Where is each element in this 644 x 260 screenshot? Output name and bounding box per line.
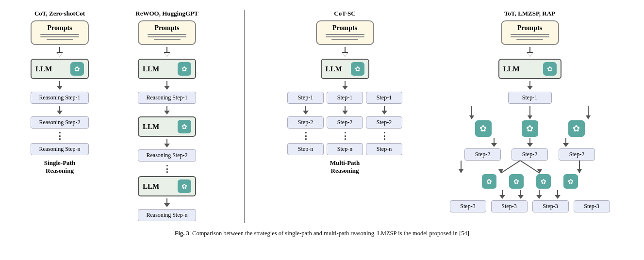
svg-marker-4 [469, 115, 474, 119]
tot-step2-2: Step-2 [512, 148, 548, 161]
cotsc-path-3: Step-1 Step-2 ⋮ Step-n [366, 92, 402, 155]
section-cot: CoT, Zero-shotCot Prompts [22, 10, 98, 175]
cotsc-p1-step2: Step-2 [287, 116, 324, 129]
tot-arrow-1 [527, 47, 533, 57]
section-divider [244, 10, 245, 223]
cotsc-llm-box: LLM ✿ [321, 59, 369, 79]
svg-marker-6 [586, 115, 591, 119]
tot-arr3-1 [499, 190, 505, 199]
rewoo-prompt-box: Prompts [138, 20, 196, 45]
tot-llm-icon-2-4: ✿ [563, 174, 578, 189]
cotsc-p3-step1: Step-1 [366, 92, 402, 104]
tot-llm-icon-2-1: ✿ [482, 174, 496, 189]
svg-marker-8 [459, 169, 463, 173]
cotsc-path-1: Step-1 Step-2 ⋮ Step-n [287, 92, 324, 155]
cot-bottom-label: Single-Path Reasoning [44, 159, 75, 175]
cotsc-p1-stepn: Step-n [287, 143, 324, 155]
svg-line-9 [501, 161, 520, 173]
rewoo-llm-3: LLM ✿ [138, 176, 196, 196]
section-cotsc: CoT-SC Prompts LLM ✿ [277, 10, 413, 175]
cot-prompt-box: Prompts [31, 20, 89, 45]
cot-step-n: Reasoning Step-n [31, 143, 89, 155]
cotsc-arrow-1 [342, 47, 348, 57]
cotsc-p1-step1: Step-1 [287, 92, 324, 104]
rewoo-llm-1: LLM ✿ [138, 59, 196, 79]
rewoo-arrow-3 [164, 106, 170, 114]
cot-llm-label: LLM [35, 65, 52, 73]
tot-prompt-label: Prompts [506, 24, 554, 32]
cot-step-2: Reasoning Step-2 [31, 116, 89, 129]
cot-llm-icon: ✿ [70, 62, 84, 76]
cotsc-p3-stepn: Step-n [366, 143, 402, 155]
tot-step3-4: Step-3 [574, 200, 610, 212]
cotsc-llm-label: LLM [326, 65, 342, 73]
cotsc-p2-arr1 [342, 106, 348, 114]
cotsc-p1-arr1 [303, 106, 309, 114]
cotsc-bottom-label: Multi-Path Reasoning [330, 159, 360, 175]
cotsc-p3-dots: ⋮ [380, 131, 389, 140]
cot-prompt-lines [35, 34, 84, 40]
tot-arrow-row-3 [499, 190, 561, 199]
rewoo-llm-label-1: LLM [143, 65, 159, 73]
cotsc-paths: Step-1 Step-2 ⋮ Step-n Step-1 [287, 92, 402, 155]
rewoo-llm-label-2: LLM [143, 123, 159, 131]
tot-llm-icon: ✿ [543, 62, 557, 76]
tot-arr3-4 [555, 190, 561, 199]
tot-step3-1: Step-3 [450, 200, 486, 212]
tot-arrow-2 [527, 81, 533, 90]
tot-llm-box: LLM ✿ [498, 59, 561, 79]
rewoo-arrow-1 [164, 47, 170, 57]
caption-text: Comparison between the strategies of sin… [192, 230, 469, 237]
section-rewoo: ReWOO, HuggingGPT Prompts LLM [122, 10, 212, 221]
tot-step3-3: Step-3 [532, 200, 569, 212]
cotsc-path-2: Step-1 Step-2 ⋮ Step-n [327, 92, 363, 155]
tot-prompt-lines [506, 34, 554, 40]
tot-arrow-row-2 [491, 138, 569, 147]
tot-arr2-3 [563, 138, 569, 147]
cot-prompt-line-2 [40, 36, 79, 37]
tot-llm-icon-2-2: ✿ [509, 174, 524, 189]
tot-branch-svg-2 [443, 161, 617, 174]
cotsc-p2-step2: Step-2 [327, 116, 363, 129]
tot-llm-icon-1: ✿ [475, 120, 492, 137]
rewoo-step-1: Reasoning Step-1 [138, 92, 196, 104]
diagrams-row: CoT, Zero-shotCot Prompts [10, 5, 634, 223]
rewoo-llm-icon-2: ✿ [178, 120, 191, 133]
tot-step3-row: Step-3 Step-3 Step-3 Step-3 [450, 200, 610, 212]
cotsc-p2-step1: Step-1 [327, 92, 363, 104]
cot-arrow-1 [56, 47, 63, 57]
tot-arr2-2 [527, 138, 533, 147]
rewoo-step-n: Reasoning Step-n [138, 209, 196, 221]
svg-marker-14 [577, 169, 582, 173]
cot-prompt-line-1 [40, 34, 79, 35]
tot-llm-icon-2: ✿ [522, 120, 538, 137]
cotsc-p3-step2: Step-2 [366, 116, 402, 129]
rewoo-line-3 [154, 39, 181, 40]
section-rewoo-title: ReWOO, HuggingGPT [135, 10, 198, 17]
tot-llm-row: ✿ ✿ ✿ [475, 120, 585, 137]
tot-prompt-box: Prompts [501, 20, 559, 45]
rewoo-step-2: Reasoning Step-2 [138, 149, 196, 162]
tot-line-3 [516, 39, 543, 40]
section-cotsc-title: CoT-SC [334, 10, 355, 17]
tot-step2-3: Step-2 [559, 148, 595, 161]
main-container: CoT, Zero-shotCot Prompts [10, 5, 634, 237]
rewoo-dots: ⋮ [163, 164, 171, 173]
cot-arrow-3 [57, 106, 63, 114]
cotsc-p1-dots: ⋮ [301, 131, 310, 140]
rewoo-line-2 [148, 36, 186, 37]
tot-arr3-2 [518, 190, 524, 199]
cot-prompt-label: Prompts [35, 24, 84, 32]
section-cot-title: CoT, Zero-shotCot [34, 10, 85, 17]
rewoo-arrow-2 [164, 81, 170, 90]
tot-step3-2: Step-3 [491, 200, 528, 212]
rewoo-llm-icon-1: ✿ [178, 62, 191, 76]
cotsc-line-3 [331, 39, 358, 40]
rewoo-prompt-lines [143, 34, 191, 40]
cotsc-p2-stepn: Step-n [327, 143, 363, 155]
cotsc-p2-dots: ⋮ [341, 131, 349, 140]
cot-dots: ⋮ [55, 131, 64, 140]
section-tot: ToT, LMZSP, RAP Prompts LLM [438, 10, 622, 212]
cotsc-line-1 [326, 34, 364, 35]
svg-line-10 [520, 161, 540, 173]
